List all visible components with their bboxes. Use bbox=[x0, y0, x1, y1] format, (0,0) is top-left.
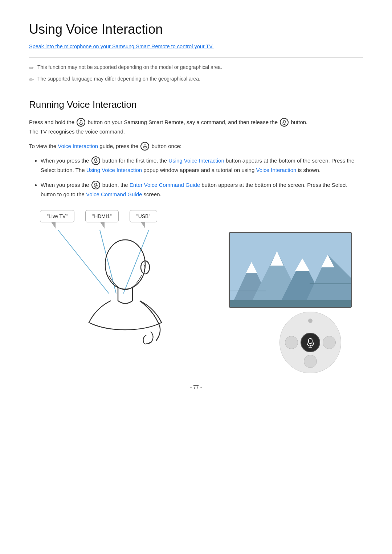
bubble-hdmi1: "HDMI1" bbox=[85, 210, 119, 222]
remote-mic-button bbox=[301, 333, 320, 352]
remote-body bbox=[279, 312, 341, 373]
bubble-usb: "USB" bbox=[130, 210, 158, 222]
svg-rect-3 bbox=[283, 120, 285, 123]
tv-illustration bbox=[229, 232, 352, 308]
svg-rect-9 bbox=[95, 159, 97, 161]
remote-dot bbox=[308, 319, 313, 323]
body-para2: To view the Voice Interaction guide, pre… bbox=[29, 141, 363, 151]
mic-icon-1 bbox=[77, 118, 85, 127]
remote-btn-left bbox=[285, 336, 298, 349]
note-icon-1: ✏ bbox=[29, 65, 34, 71]
page-number: - 77 - bbox=[29, 384, 363, 390]
svg-rect-12 bbox=[95, 183, 97, 186]
bubbles-row: "Live TV" "HDMI1" "USB" bbox=[40, 210, 157, 222]
enter-voice-link[interactable]: Enter Voice Command Guide bbox=[130, 182, 200, 188]
note-text-2: The supported language may differ depend… bbox=[37, 76, 200, 82]
remote-btn-right bbox=[323, 336, 336, 349]
note-text-1: This function may not be supported depen… bbox=[37, 64, 222, 70]
bubble-live-tv: "Live TV" bbox=[40, 210, 74, 222]
page-title: Using Voice Interaction bbox=[29, 22, 363, 37]
remote-btn-bottom bbox=[304, 355, 317, 368]
body-para1: Press and hold the button on your Samsun… bbox=[29, 118, 363, 136]
using-voice-link2[interactable]: Using Voice Interaction bbox=[86, 167, 142, 173]
mic-icon-5 bbox=[91, 181, 100, 189]
person-illustration bbox=[29, 230, 221, 361]
bullet-list: When you press the button for the first … bbox=[29, 156, 363, 199]
note-icon-2: ✏ bbox=[29, 76, 34, 83]
voice-command-guide-link[interactable]: Voice Command Guide bbox=[86, 191, 142, 197]
svg-rect-29 bbox=[230, 300, 352, 308]
note-1: ✏ This function may not be supported dep… bbox=[29, 64, 363, 71]
illustration-area: "Live TV" "HDMI1" "USB" bbox=[29, 210, 363, 362]
svg-point-18 bbox=[105, 240, 145, 289]
using-voice-link1[interactable]: Using Voice Interaction bbox=[168, 157, 224, 164]
note-2: ✏ The supported language may differ depe… bbox=[29, 76, 363, 83]
svg-rect-32 bbox=[309, 338, 312, 344]
svg-rect-0 bbox=[80, 120, 82, 123]
subtitle-text: Speak into the microphone on your Samsun… bbox=[29, 44, 363, 49]
mic-icon-3 bbox=[140, 142, 149, 151]
mic-icon-2 bbox=[280, 118, 289, 127]
svg-rect-6 bbox=[144, 144, 146, 147]
mic-icon-4 bbox=[91, 156, 100, 165]
voice-interaction-link1[interactable]: Voice Interaction bbox=[58, 143, 98, 149]
bullet-item-2: When you press the button, the Enter Voi… bbox=[41, 180, 363, 199]
divider bbox=[29, 57, 363, 58]
bullet-item-1: When you press the button for the first … bbox=[41, 156, 363, 175]
remote-illustration bbox=[279, 312, 341, 373]
tv-screen bbox=[229, 232, 352, 308]
section2-title: Running Voice Interaction bbox=[29, 99, 363, 110]
voice-interaction-link2[interactable]: Voice Interaction bbox=[256, 167, 296, 173]
